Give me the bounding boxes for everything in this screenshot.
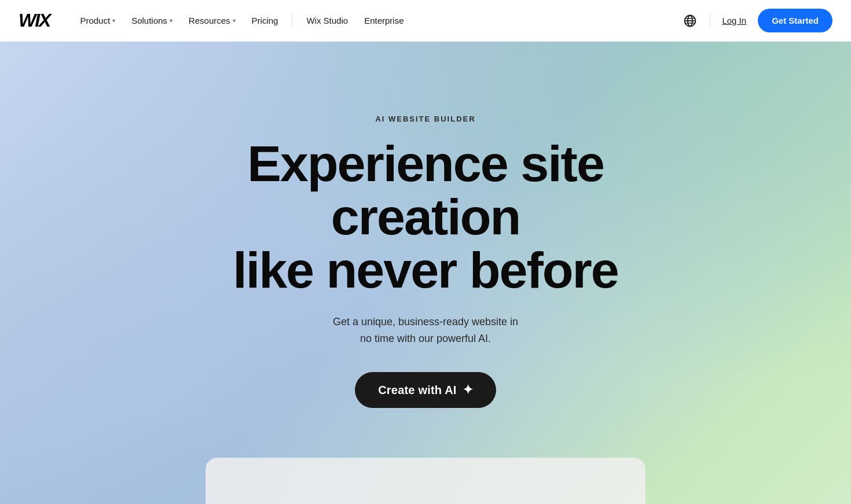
hero-tag: AI WEBSITE BUILDER <box>159 115 692 123</box>
login-button[interactable]: Log In <box>720 11 749 30</box>
hero-content: AI WEBSITE BUILDER Experience site creat… <box>136 115 715 409</box>
create-ai-label: Create with AI <box>378 384 456 397</box>
wix-logo-link[interactable]: WIX <box>19 10 50 31</box>
hero-title-line1: Experience site creation <box>247 135 604 245</box>
sparkle-icon: ✦ <box>463 382 473 398</box>
nav-item-product[interactable]: Product ▾ <box>73 11 122 30</box>
language-selector-button[interactable] <box>680 10 700 31</box>
nav-item-enterprise[interactable]: Enterprise <box>357 11 410 30</box>
hero-subtitle-line2: no time with our powerful AI. <box>360 333 491 344</box>
nav-vertical-divider <box>710 14 710 28</box>
chevron-down-icon: ▾ <box>112 17 115 24</box>
chevron-down-icon: ▾ <box>170 17 173 24</box>
chevron-down-icon: ▾ <box>233 17 236 24</box>
hero-title: Experience site creation like never befo… <box>159 137 692 297</box>
bottom-preview-card <box>206 458 645 504</box>
hero-section: AI WEBSITE BUILDER Experience site creat… <box>0 0 851 504</box>
create-with-ai-button[interactable]: Create with AI ✦ <box>355 372 496 408</box>
hero-title-line2: like never before <box>233 241 618 299</box>
nav-item-pricing[interactable]: Pricing <box>245 11 285 30</box>
nav-item-solutions[interactable]: Solutions ▾ <box>124 11 179 30</box>
nav-item-resources[interactable]: Resources ▾ <box>182 11 243 30</box>
get-started-button[interactable]: Get Started <box>758 9 832 32</box>
nav-item-wix-studio[interactable]: Wix Studio <box>299 11 355 30</box>
nav-right: Log In Get Started <box>680 9 832 32</box>
wix-logo: WIX <box>19 10 50 31</box>
nav-divider <box>292 14 292 28</box>
navbar: WIX Product ▾ Solutions ▾ Resources ▾ Pr… <box>0 0 851 42</box>
hero-subtitle-line1: Get a unique, business-ready website in <box>333 316 518 328</box>
globe-icon <box>684 14 696 27</box>
nav-links: Product ▾ Solutions ▾ Resources ▾ Pricin… <box>73 11 680 30</box>
hero-subtitle: Get a unique, business-ready website in … <box>159 314 692 347</box>
